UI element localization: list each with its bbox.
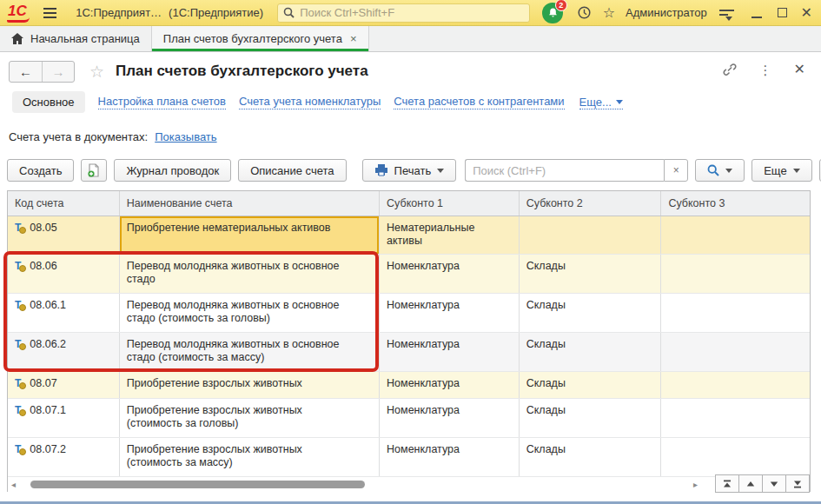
table-row[interactable]: Т 08.07 Приобретение взрослых животных Н… [8,372,810,399]
account-type-icon: Т [15,260,21,272]
more-actions-icon[interactable]: ⋮ [759,63,772,76]
table-row[interactable]: Т 08.07.2 Приобретение взрослых животных… [8,438,810,477]
more-button[interactable]: Еще [751,159,811,182]
cell-subconto-1[interactable]: Номенклатура [380,333,520,371]
cell-subconto-2[interactable]: Склады [520,372,662,398]
create-button[interactable]: Создать [7,159,74,182]
scroll-right-icon[interactable]: ▸ [693,480,698,489]
column-header-sub2[interactable]: Субконто 2 [520,191,662,216]
cell-account-code[interactable]: Т 08.07.1 [8,399,120,437]
cell-subconto-2[interactable]: Склады [520,438,662,476]
global-search-input[interactable]: Поиск Ctrl+Shift+F [277,3,530,23]
service-menu-icon[interactable] [719,10,734,16]
forward-button[interactable]: → [42,62,74,82]
show-accounts-link[interactable]: Показывать [155,130,216,143]
current-user[interactable]: Администратор [626,6,707,19]
print-button[interactable]: Печать [362,159,457,182]
get-link-icon[interactable] [722,63,738,76]
maximize-button[interactable] [778,8,787,17]
form-close-icon[interactable]: ✕ [794,63,805,76]
go-last-row-button[interactable] [785,474,810,493]
cell-subconto-3[interactable] [661,438,810,476]
row-down-button[interactable] [762,474,786,493]
nav-link-plan-settings[interactable]: Настройка плана счетов [98,95,226,109]
cell-account-name[interactable]: Приобретение взрослых животных [120,372,380,398]
row-up-button[interactable] [738,474,763,493]
cell-account-name[interactable]: Перевод молодняка животных в основное ст… [120,333,380,371]
cell-subconto-3[interactable] [661,294,810,332]
table-row[interactable]: Т 08.07.1 Приобретение взрослых животных… [8,399,810,438]
list-search-input[interactable]: Поиск (Ctrl+F) [465,159,664,182]
cell-subconto-3[interactable] [661,255,810,293]
account-type-icon: Т [15,299,21,311]
table-row[interactable]: Т 08.06.2 Перевод молодняка животных в о… [8,333,810,372]
list-search: Поиск (Ctrl+F) × [465,159,688,182]
go-first-row-button[interactable] [715,474,739,493]
app-window: 1С 1С:Предприят… (1С:Предприятие) Поиск … [0,0,821,504]
cell-account-code[interactable]: Т 08.06 [8,255,120,293]
column-header-sub1[interactable]: Субконто 1 [380,191,520,216]
nav-link-counterparty-accounts[interactable]: Счета расчетов с контрагентами [394,95,564,109]
cell-subconto-2[interactable]: Склады [520,399,662,437]
notifications-bell-icon[interactable]: 2 [542,3,562,23]
chevron-down-icon [725,169,732,173]
cell-subconto-3[interactable] [661,372,810,398]
nav-link-item-accounts[interactable]: Счета учета номенклатуры [239,95,381,109]
cell-subconto-2[interactable] [520,216,662,254]
tab-chart-of-accounts[interactable]: План счетов бухгалтерского учета × [152,26,369,51]
cell-account-name[interactable]: Приобретение взрослых животных (стоимост… [120,399,380,437]
nav-more-link[interactable]: Еще... [579,96,623,109]
cell-subconto-1[interactable]: Номенклатура [380,372,520,398]
column-header-name[interactable]: Наименование счета [120,191,380,216]
cell-account-code[interactable]: Т 08.07 [8,372,120,398]
scrollbar-thumb[interactable] [30,481,365,488]
table-row[interactable]: Т 08.05 Приобретение нематериальных акти… [8,216,810,255]
add-to-favorites-star-icon[interactable]: ☆ [89,62,104,82]
cell-subconto-3[interactable] [661,216,810,254]
cell-subconto-3[interactable] [661,333,810,371]
column-header-sub3[interactable]: Субконто 3 [661,191,810,216]
cell-subconto-2[interactable]: Склады [520,294,662,332]
table-row[interactable]: Т 08.06.1 Перевод молодняка животных в о… [8,294,810,333]
cell-subconto-2[interactable]: Склады [520,333,662,371]
column-header-code[interactable]: Код счета [8,191,120,216]
cell-subconto-2[interactable]: Склады [520,255,662,293]
row-navigation-group [716,474,810,493]
nav-tab-main[interactable]: Основное [12,91,85,113]
account-description-button[interactable]: Описание счета [238,159,346,182]
main-menu-icon[interactable] [43,8,57,18]
cell-subconto-1[interactable]: Номенклатура [380,399,520,437]
history-nav-group: ← → [9,61,75,83]
cell-account-name[interactable]: Перевод молодняка животных в основное ст… [120,294,380,332]
scroll-left-icon[interactable]: ◂ [11,480,16,489]
page-title: План счетов бухгалтерского учета [116,63,368,80]
cell-account-code[interactable]: Т 08.06.2 [8,333,120,371]
favorites-star-icon[interactable]: ☆ [603,4,615,21]
table-row[interactable]: Т 08.06 Перевод молодняка животных в осн… [8,255,810,294]
accounts-in-documents-label: Счета учета в документах: [9,130,148,143]
cell-subconto-3[interactable] [661,399,810,437]
home-icon [11,33,23,44]
window-close-button[interactable]: ✕ [801,6,812,20]
accounts-table: Код счета Наименование счета Субконто 1 … [7,190,811,492]
tab-close-icon[interactable]: × [350,32,357,45]
cell-account-name[interactable]: Приобретение взрослых животных (стоимост… [120,438,380,476]
cell-subconto-1[interactable]: Номенклатура [380,294,520,332]
tab-home[interactable]: Начальная страница [0,26,152,51]
minimize-button[interactable] [751,8,762,18]
search-clear-button[interactable]: × [664,159,688,182]
search-icon [707,164,719,176]
posting-journal-button[interactable]: Журнал проводок [114,159,231,182]
history-icon[interactable] [577,5,592,20]
cell-account-name[interactable]: Перевод молодняка животных в основное ст… [120,255,380,293]
cell-account-code[interactable]: Т 08.06.1 [8,294,120,332]
search-settings-button[interactable] [695,159,745,182]
cell-account-code[interactable]: Т 08.07.2 [8,438,120,476]
cell-subconto-1[interactable]: Номенклатура [380,438,520,476]
back-button[interactable]: ← [10,62,42,82]
create-group-button[interactable] [81,159,107,182]
cell-subconto-1[interactable]: Номенклатура [380,255,520,293]
cell-account-name[interactable]: Приобретение нематериальных активов [120,216,380,254]
cell-subconto-1[interactable]: Нематериальные активы [380,216,520,254]
cell-account-code[interactable]: Т 08.05 [8,216,120,254]
